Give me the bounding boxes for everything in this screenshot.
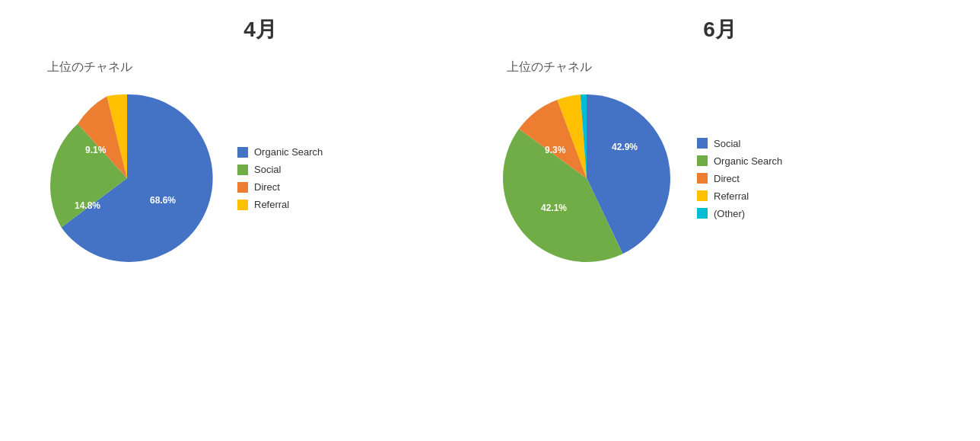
april-section: 4月 上位のチャネル 68.6% 14.8% xyxy=(40,15,481,266)
april-legend: Organic Search Social Direct Referral xyxy=(237,146,323,210)
april-label-social: 14.8% xyxy=(75,200,100,211)
june-section: 6月 上位のチャネル 42.9%42.1%9.3% Social Organic… xyxy=(499,15,940,266)
june-subtitle: 上位のチャネル xyxy=(507,59,592,75)
april-title: 4月 xyxy=(40,15,481,44)
legend-label-referral-april: Referral xyxy=(254,199,289,210)
april-label-direct: 9.1% xyxy=(85,145,107,155)
june-legend: Social Organic Search Direct Referral (O… xyxy=(697,138,782,219)
legend-label-direct-june: Direct xyxy=(714,173,740,184)
june-pie: 42.9%42.1%9.3% xyxy=(499,91,674,266)
legend-color-organic-search-june xyxy=(697,155,708,166)
legend-color-direct-april xyxy=(237,182,248,193)
april-label-organic: 68.6% xyxy=(150,195,176,206)
legend-color-social-june xyxy=(697,138,708,149)
june-chart-body: 42.9%42.1%9.3% Social Organic Search Dir… xyxy=(499,91,782,266)
legend-label-direct-april: Direct xyxy=(254,181,280,193)
legend-label-social-june: Social xyxy=(714,138,740,149)
svg-text:42.1%: 42.1% xyxy=(541,203,567,213)
legend-color-referral-april xyxy=(237,200,248,210)
legend-item-other-june: (Other) xyxy=(697,208,782,219)
legend-color-social-april xyxy=(237,165,248,175)
svg-text:42.9%: 42.9% xyxy=(612,142,638,152)
legend-item-direct-june: Direct xyxy=(697,173,782,184)
legend-label-referral-june: Referral xyxy=(714,190,749,202)
june-title: 6月 xyxy=(499,15,940,44)
legend-color-direct-june xyxy=(697,173,708,184)
charts-container: 4月 上位のチャネル 68.6% 14.8% xyxy=(0,15,980,266)
april-subtitle: 上位のチャネル xyxy=(47,59,132,75)
legend-label-other-june: (Other) xyxy=(714,208,745,219)
legend-item-referral-april: Referral xyxy=(237,199,323,210)
legend-item-organic-search-june: Organic Search xyxy=(697,155,782,167)
legend-item-referral-june: Referral xyxy=(697,190,782,202)
legend-item-direct-april: Direct xyxy=(237,181,323,193)
legend-label-organic-search-april: Organic Search xyxy=(254,146,323,158)
legend-color-organic-search-april xyxy=(237,147,248,158)
april-pie: 68.6% 14.8% 9.1% xyxy=(40,91,215,266)
legend-item-social-april: Social xyxy=(237,164,323,175)
legend-color-other-june xyxy=(697,208,708,219)
legend-color-referral-june xyxy=(697,190,708,201)
april-chart-body: 68.6% 14.8% 9.1% Organic Search Social D… xyxy=(40,91,323,266)
legend-label-social-april: Social xyxy=(254,164,281,175)
legend-label-organic-search-june: Organic Search xyxy=(714,155,782,167)
svg-text:9.3%: 9.3% xyxy=(545,145,566,155)
legend-item-organic-search-april: Organic Search xyxy=(237,146,323,158)
legend-item-social-june: Social xyxy=(697,138,782,149)
